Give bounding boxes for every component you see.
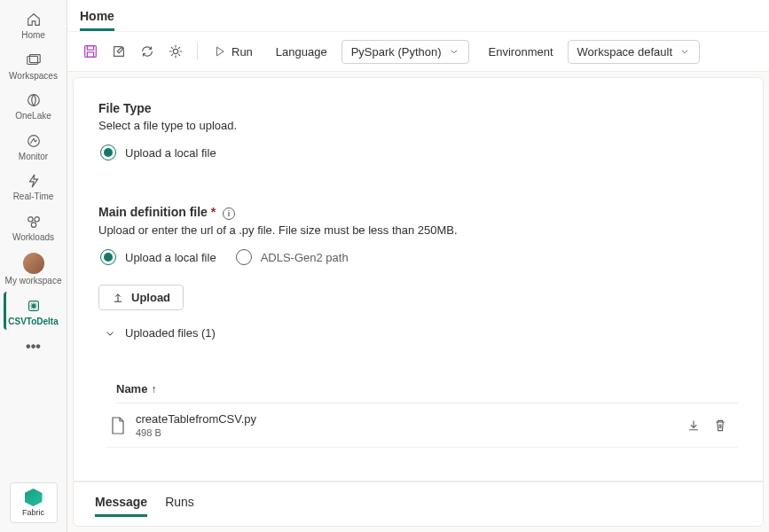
uploaded-files-label: Uploaded files (1)	[125, 326, 216, 340]
svg-point-11	[173, 49, 177, 53]
language-dropdown[interactable]: PySpark (Python)	[341, 40, 469, 64]
file-icon	[111, 417, 125, 434]
svg-rect-10	[87, 52, 93, 57]
file-type-title: File Type	[98, 101, 738, 115]
fabric-tile[interactable]: Fabric	[10, 482, 58, 523]
main-def-desc: Upload or enter the url of a .py file. F…	[98, 223, 738, 237]
tab-message[interactable]: Message	[95, 491, 147, 517]
file-size: 498 B	[136, 427, 687, 438]
radio-label: Upload a local file	[125, 251, 216, 264]
sort-arrow-icon: ↑	[151, 383, 156, 395]
main: Home Run Language PySpark (Python) Envir…	[67, 0, 769, 532]
play-icon	[214, 45, 226, 58]
run-button[interactable]: Run	[207, 42, 260, 62]
svg-rect-8	[85, 46, 97, 58]
svg-rect-9	[87, 46, 93, 51]
sidebar-item-workspaces[interactable]: Workspaces	[5, 46, 62, 85]
settings-button[interactable]	[163, 39, 188, 64]
toolbar: Run Language PySpark (Python) Environmen…	[67, 32, 769, 72]
nav-label: OneLake	[15, 111, 51, 121]
nav-label: Home	[21, 30, 45, 41]
radio-upload-local-file[interactable]	[100, 145, 116, 160]
chevron-down-icon	[104, 327, 116, 340]
run-label: Run	[231, 45, 253, 59]
file-name: createTablefromCSV.py	[136, 412, 687, 426]
save-button[interactable]	[78, 39, 103, 64]
radio-label: ADLS-Gen2 path	[261, 251, 349, 264]
monitor-icon	[25, 132, 43, 150]
avatar	[23, 253, 44, 274]
language-value: PySpark (Python)	[351, 45, 442, 59]
nav-label: Workloads	[12, 232, 54, 243]
info-icon[interactable]: i	[223, 207, 235, 220]
main-def-title-text: Main definition file	[98, 205, 208, 219]
svg-point-3	[27, 135, 39, 146]
nav-label: My workspace	[5, 276, 62, 286]
realtime-icon	[25, 172, 43, 190]
col-name: Name	[116, 382, 147, 395]
home-icon	[25, 11, 43, 28]
download-button[interactable]	[687, 419, 701, 433]
chevron-down-icon	[679, 46, 690, 57]
fabric-icon	[25, 489, 43, 506]
edit-button[interactable]	[106, 39, 131, 64]
svg-point-2	[27, 95, 39, 106]
delete-button[interactable]	[713, 419, 727, 433]
environment-dropdown[interactable]: Workspace default	[568, 40, 700, 64]
sidebar-item-csvtodelta[interactable]: CSVToDelta	[4, 292, 60, 331]
file-type-desc: Select a file type to upload.	[98, 119, 738, 132]
bottom-tabs: Message Runs	[73, 481, 764, 527]
sidebar-more[interactable]: •••	[26, 332, 41, 362]
table-header-name[interactable]: Name ↑	[116, 375, 738, 403]
breadcrumb[interactable]: Home	[80, 9, 114, 31]
uploaded-files-toggle[interactable]: Uploaded files (1)	[104, 326, 738, 340]
svg-point-6	[31, 222, 35, 226]
required-indicator: *	[211, 205, 216, 219]
upload-button[interactable]: Upload	[98, 285, 184, 310]
sidebar-item-onelake[interactable]: OneLake	[5, 86, 62, 125]
breadcrumb-bar: Home	[67, 0, 769, 32]
radio-main-adls-path[interactable]	[236, 249, 252, 265]
language-label: Language	[276, 45, 327, 59]
chevron-down-icon	[449, 46, 459, 57]
file-table: Name ↑ createTablefromCSV.py 498 B	[106, 375, 738, 448]
sidebar-item-workloads[interactable]: Workloads	[5, 207, 62, 246]
workspaces-icon	[25, 51, 43, 69]
spark-icon	[25, 297, 43, 315]
upload-icon	[112, 292, 124, 304]
environment-value: Workspace default	[577, 45, 672, 59]
workloads-icon	[25, 213, 43, 231]
fabric-label: Fabric	[22, 508, 44, 517]
upload-label: Upload	[131, 291, 170, 304]
nav-label: Workspaces	[9, 71, 58, 82]
sidebar-item-realtime[interactable]: Real-Time	[5, 167, 62, 206]
nav-label: Real-Time	[13, 192, 54, 202]
radio-label: Upload a local file	[125, 146, 216, 160]
main-def-title: Main definition file * i	[98, 205, 738, 220]
tab-runs[interactable]: Runs	[165, 491, 194, 517]
nav-label: Monitor	[19, 152, 48, 162]
sidebar-item-home[interactable]: Home	[5, 5, 62, 44]
radio-main-upload-local[interactable]	[100, 249, 116, 265]
table-row: createTablefromCSV.py 498 B	[106, 403, 738, 448]
environment-label: Environment	[489, 45, 553, 59]
sidebar-item-my-workspace[interactable]: My workspace	[5, 247, 62, 290]
sidebar-item-monitor[interactable]: Monitor	[5, 127, 62, 166]
sidebar: Home Workspaces OneLake Monitor Real-Tim…	[0, 0, 67, 532]
onelake-icon	[25, 91, 43, 109]
svg-point-4	[27, 216, 32, 221]
nav-label: CSVToDelta	[8, 317, 59, 327]
content: File Type Select a file type to upload. …	[73, 77, 764, 481]
svg-point-5	[34, 216, 38, 221]
refresh-button[interactable]	[135, 39, 160, 64]
